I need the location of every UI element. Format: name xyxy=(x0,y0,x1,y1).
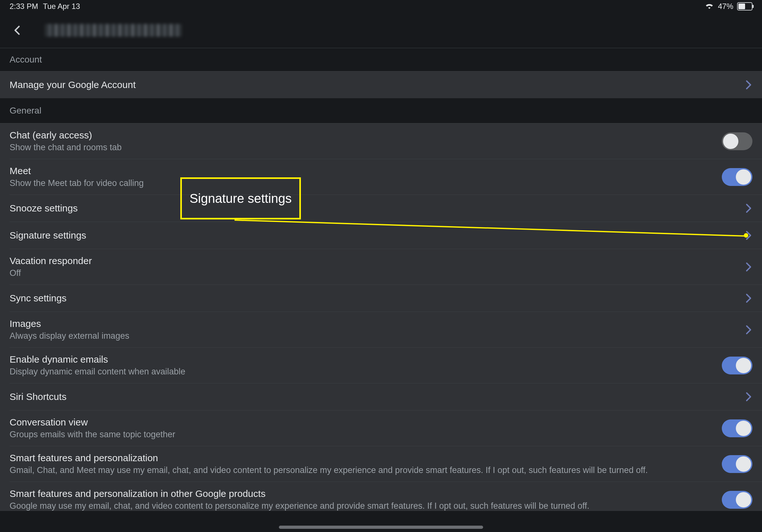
row-snooze-settings[interactable]: Snooze settings xyxy=(0,195,762,222)
annotation-label: Signature settings xyxy=(190,191,292,206)
wifi-icon xyxy=(705,2,714,11)
account-group: Manage your Google Account xyxy=(0,71,762,98)
chevron-right-icon xyxy=(745,292,752,304)
general-group: Chat (early access) Show the chat and ro… xyxy=(0,123,762,511)
row-title: Conversation view xyxy=(10,417,722,428)
status-time: 2:33 PM xyxy=(10,2,38,11)
status-right: 47% xyxy=(705,2,752,11)
chevron-right-icon xyxy=(745,79,752,91)
row-title: Smart features and personalization xyxy=(10,453,722,463)
annotation-callout: Signature settings xyxy=(180,177,301,220)
chevron-right-icon xyxy=(745,202,752,215)
row-title: Images xyxy=(10,318,740,329)
battery-percent: 47% xyxy=(718,2,733,11)
toggle-chat[interactable] xyxy=(722,132,752,150)
row-smart-features[interactable]: Smart features and personalization Gmail… xyxy=(0,446,762,482)
row-meet[interactable]: Meet Show the Meet tab for video calling xyxy=(0,159,762,195)
chevron-right-icon xyxy=(745,261,752,273)
annotation-dot-icon xyxy=(744,233,748,237)
status-left: 2:33 PM Tue Apr 13 xyxy=(10,2,80,11)
row-sub: Google may use my email, chat, and video… xyxy=(10,501,722,511)
section-header-general: General xyxy=(0,98,762,123)
toggle-meet[interactable] xyxy=(722,168,752,186)
chevron-right-icon xyxy=(745,390,752,403)
status-bar: 2:33 PM Tue Apr 13 47% xyxy=(0,0,762,13)
status-date: Tue Apr 13 xyxy=(43,2,80,11)
row-title: Smart features and personalization in ot… xyxy=(10,488,722,499)
page-title-redacted xyxy=(45,24,182,37)
row-sub: Always display external images xyxy=(10,331,740,341)
battery-icon xyxy=(737,2,752,11)
toggle-conversation-view[interactable] xyxy=(722,420,752,437)
section-header-account: Account xyxy=(0,48,762,71)
row-sub: Gmail, Chat, and Meet may use my email, … xyxy=(10,465,722,475)
row-sub: Display dynamic email content when avail… xyxy=(10,367,722,377)
row-sub: Show the Meet tab for video calling xyxy=(10,178,722,188)
toggle-dynamic-emails[interactable] xyxy=(722,357,752,374)
row-dynamic-emails[interactable]: Enable dynamic emails Display dynamic em… xyxy=(0,348,762,383)
back-button[interactable] xyxy=(10,22,26,38)
row-siri-shortcuts[interactable]: Siri Shortcuts xyxy=(0,383,762,410)
row-signature-settings[interactable]: Signature settings xyxy=(0,222,762,249)
row-vacation-responder[interactable]: Vacation responder Off xyxy=(0,249,762,285)
row-title: Meet xyxy=(10,166,722,176)
row-manage-account[interactable]: Manage your Google Account xyxy=(0,71,762,98)
toggle-smart-features-other[interactable] xyxy=(722,491,752,509)
home-indicator xyxy=(279,526,483,529)
row-images[interactable]: Images Always display external images xyxy=(0,312,762,347)
chevron-right-icon xyxy=(745,323,752,336)
row-chat[interactable]: Chat (early access) Show the chat and ro… xyxy=(0,123,762,159)
row-title: Chat (early access) xyxy=(10,130,722,141)
toggle-smart-features[interactable] xyxy=(722,455,752,473)
row-smart-features-other[interactable]: Smart features and personalization in ot… xyxy=(0,482,762,511)
row-sub: Groups emails with the same topic togeth… xyxy=(10,430,722,439)
section-header-account-label: Account xyxy=(10,54,42,65)
row-title: Enable dynamic emails xyxy=(10,354,722,365)
row-sync-settings[interactable]: Sync settings xyxy=(0,285,762,312)
nav-bar xyxy=(0,13,762,48)
row-sub: Show the chat and rooms tab xyxy=(10,143,722,153)
row-title: Manage your Google Account xyxy=(10,79,740,90)
row-title: Vacation responder xyxy=(10,255,740,266)
row-title: Snooze settings xyxy=(10,203,740,214)
row-conversation-view[interactable]: Conversation view Groups emails with the… xyxy=(0,411,762,446)
settings-scroll[interactable]: Account Manage your Google Account Gener… xyxy=(0,48,762,532)
section-header-general-label: General xyxy=(10,105,41,116)
row-title: Siri Shortcuts xyxy=(10,391,740,402)
row-title: Sync settings xyxy=(10,293,740,303)
row-sub: Off xyxy=(10,268,740,278)
